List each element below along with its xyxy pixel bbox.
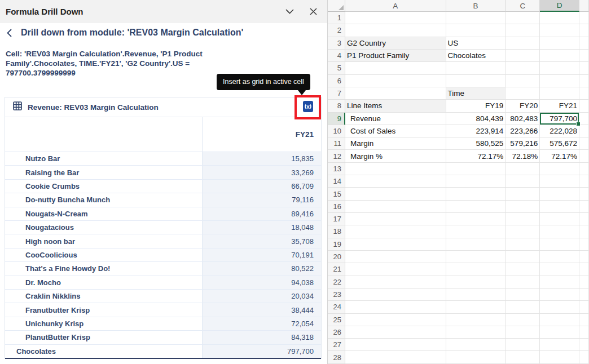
grid-row[interactable]: Cookie Crumbs66,709: [5, 180, 321, 193]
cell-D19[interactable]: [540, 238, 579, 251]
cell-B26[interactable]: [446, 326, 506, 339]
cell-D20[interactable]: [540, 251, 579, 263]
row-header-12[interactable]: 12: [328, 150, 345, 162]
cell-D7[interactable]: [540, 87, 579, 100]
cell-C27[interactable]: [506, 339, 540, 351]
row-header-9[interactable]: 9: [328, 113, 345, 125]
cell-A12[interactable]: Margin %: [345, 150, 446, 162]
row-header-5[interactable]: 5: [328, 62, 345, 74]
cell-E3[interactable]: [579, 37, 589, 50]
cell-D8[interactable]: FY21: [540, 100, 579, 112]
cell-E11[interactable]: [579, 137, 589, 150]
cell-A17[interactable]: [345, 213, 446, 225]
row-header-3[interactable]: 3: [328, 37, 345, 50]
cell-B27[interactable]: [446, 339, 506, 351]
cell-C14[interactable]: [506, 175, 540, 188]
row-header-16[interactable]: 16: [328, 201, 345, 213]
cell-A11[interactable]: Margin: [345, 137, 446, 150]
row-header-18[interactable]: 18: [328, 225, 345, 238]
cell-A4[interactable]: P1 Product Family: [345, 50, 446, 62]
row-header-22[interactable]: 22: [328, 276, 345, 288]
column-header-partial[interactable]: [579, 0, 589, 12]
cell-B8[interactable]: FY19: [446, 100, 506, 112]
cell-E14[interactable]: [579, 175, 589, 188]
cell-D15[interactable]: [540, 188, 579, 200]
row-header-11[interactable]: 11: [328, 137, 345, 150]
cell-D23[interactable]: [540, 288, 579, 301]
cell-D21[interactable]: [540, 263, 579, 276]
cell-B24[interactable]: [446, 301, 506, 313]
cell-D26[interactable]: [540, 326, 579, 339]
insert-grid-button[interactable]: x: [294, 95, 321, 119]
row-header-8[interactable]: 8: [328, 100, 345, 112]
cell-B9[interactable]: 804,439: [446, 113, 506, 125]
cell-C15[interactable]: [506, 188, 540, 200]
cell-E23[interactable]: [579, 288, 589, 301]
grid-row[interactable]: Franutbutter Krisp38,444: [5, 303, 321, 317]
cell-C5[interactable]: [506, 62, 540, 74]
cell-B22[interactable]: [446, 276, 506, 288]
cell-C11[interactable]: 579,216: [506, 137, 540, 150]
cell-A2[interactable]: [345, 24, 446, 37]
cell-D6[interactable]: [540, 75, 579, 87]
cell-E5[interactable]: [579, 62, 589, 74]
cell-C6[interactable]: [506, 75, 540, 87]
cell-B21[interactable]: [446, 263, 506, 276]
cell-A8[interactable]: Line Items: [345, 100, 446, 112]
cell-B4[interactable]: Chocolates: [446, 50, 506, 62]
cell-A26[interactable]: [345, 326, 446, 339]
grid-row[interactable]: Dr. Mocho94,038: [5, 276, 321, 290]
grid-row[interactable]: CooCoolicious70,191: [5, 248, 321, 262]
cell-B14[interactable]: [446, 175, 506, 188]
cell-D11[interactable]: 575,672: [540, 137, 579, 150]
cell-E21[interactable]: [579, 263, 589, 276]
cell-B16[interactable]: [446, 201, 506, 213]
cell-B2[interactable]: [446, 24, 506, 37]
cell-E24[interactable]: [579, 301, 589, 313]
column-header-A[interactable]: A: [345, 0, 446, 12]
grid-row[interactable]: Nougatacious18,048: [5, 221, 321, 234]
row-header-26[interactable]: 26: [328, 326, 345, 339]
cell-B7[interactable]: Time: [446, 87, 506, 100]
cell-E8[interactable]: [579, 100, 589, 112]
row-header-6[interactable]: 6: [328, 75, 345, 87]
cell-B15[interactable]: [446, 188, 506, 200]
cell-C4[interactable]: [506, 50, 540, 62]
grid-row[interactable]: Raising the Bar33,269: [5, 166, 321, 179]
cell-D16[interactable]: [540, 201, 579, 213]
cell-E2[interactable]: [579, 24, 589, 37]
cell-B1[interactable]: [446, 12, 506, 24]
cell-A16[interactable]: [345, 201, 446, 213]
column-header-B[interactable]: B: [446, 0, 506, 12]
cell-A23[interactable]: [345, 288, 446, 301]
cell-D9[interactable]: 797,700: [540, 113, 579, 125]
cell-E26[interactable]: [579, 326, 589, 339]
cell-C1[interactable]: [506, 12, 540, 24]
cell-A7[interactable]: [345, 87, 446, 100]
row-header-14[interactable]: 14: [328, 175, 345, 188]
cell-C3[interactable]: [506, 37, 540, 50]
cell-B10[interactable]: 223,914: [446, 125, 506, 137]
cell-C8[interactable]: FY20: [506, 100, 540, 112]
cell-C13[interactable]: [506, 163, 540, 175]
row-header-17[interactable]: 17: [328, 213, 345, 225]
grid-row[interactable]: Nutzo Bar15,835: [5, 152, 321, 166]
row-header-2[interactable]: 2: [328, 24, 345, 37]
cell-C24[interactable]: [506, 301, 540, 313]
cell-C20[interactable]: [506, 251, 540, 263]
cell-B12[interactable]: 72.17%: [446, 150, 506, 162]
cell-B25[interactable]: [446, 314, 506, 326]
column-header-C[interactable]: C: [506, 0, 540, 12]
cell-D14[interactable]: [540, 175, 579, 188]
cell-E27[interactable]: [579, 339, 589, 351]
cell-A3[interactable]: G2 Country: [345, 37, 446, 50]
cell-E6[interactable]: [579, 75, 589, 87]
cell-C12[interactable]: 72.18%: [506, 150, 540, 162]
cell-A9[interactable]: Revenue: [345, 113, 446, 125]
back-icon[interactable]: [7, 28, 14, 37]
cell-A19[interactable]: [345, 238, 446, 251]
cell-D12[interactable]: 72.17%: [540, 150, 579, 162]
cell-D1[interactable]: [540, 12, 579, 24]
cell-C9[interactable]: 802,483: [506, 113, 540, 125]
cell-A22[interactable]: [345, 276, 446, 288]
